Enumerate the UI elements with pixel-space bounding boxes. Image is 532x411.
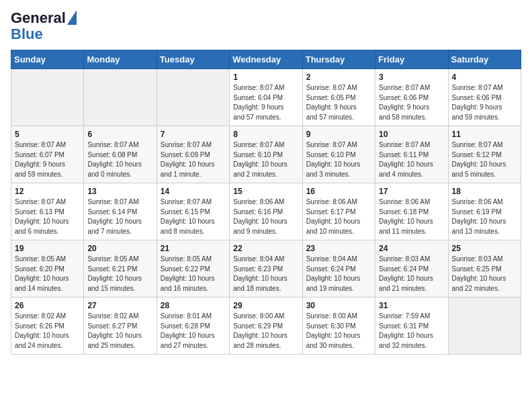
header-wednesday: Wednesday xyxy=(230,50,302,69)
day-info: Sunrise: 8:06 AM Sunset: 6:16 PM Dayligh… xyxy=(233,197,298,236)
day-number: 19 xyxy=(15,244,80,253)
day-number: 20 xyxy=(87,244,152,253)
day-info: Sunrise: 8:07 AM Sunset: 6:11 PM Dayligh… xyxy=(379,140,444,179)
calendar-cell: 7Sunrise: 8:07 AM Sunset: 6:09 PM Daylig… xyxy=(157,126,229,183)
calendar-cell: 17Sunrise: 8:06 AM Sunset: 6:18 PM Dayli… xyxy=(375,183,448,240)
day-info: Sunrise: 8:03 AM Sunset: 6:24 PM Dayligh… xyxy=(379,255,444,293)
logo-text: General Blue xyxy=(11,11,77,42)
calendar-cell: 4Sunrise: 8:07 AM Sunset: 6:06 PM Daylig… xyxy=(448,69,521,126)
calendar-cell: 2Sunrise: 8:07 AM Sunset: 6:05 PM Daylig… xyxy=(302,69,375,126)
calendar-cell: 20Sunrise: 8:05 AM Sunset: 6:21 PM Dayli… xyxy=(84,240,157,298)
day-info: Sunrise: 8:03 AM Sunset: 6:25 PM Dayligh… xyxy=(452,255,517,293)
day-info: Sunrise: 8:07 AM Sunset: 6:10 PM Dayligh… xyxy=(306,140,371,179)
day-number: 22 xyxy=(233,244,298,253)
day-number: 26 xyxy=(15,301,80,310)
day-number: 11 xyxy=(452,130,517,139)
day-number: 21 xyxy=(161,244,226,253)
day-number: 29 xyxy=(233,301,298,310)
day-info: Sunrise: 8:07 AM Sunset: 6:09 PM Dayligh… xyxy=(161,140,226,179)
calendar-cell: 18Sunrise: 8:06 AM Sunset: 6:19 PM Dayli… xyxy=(448,183,521,240)
day-number: 28 xyxy=(161,301,226,310)
day-info: Sunrise: 8:07 AM Sunset: 6:13 PM Dayligh… xyxy=(15,197,80,236)
day-info: Sunrise: 8:00 AM Sunset: 6:30 PM Dayligh… xyxy=(306,312,371,351)
day-number: 1 xyxy=(233,73,298,82)
day-info: Sunrise: 8:06 AM Sunset: 6:18 PM Dayligh… xyxy=(379,197,444,236)
calendar-cell: 5Sunrise: 8:07 AM Sunset: 6:07 PM Daylig… xyxy=(11,126,84,183)
calendar-cell: 25Sunrise: 8:03 AM Sunset: 6:25 PM Dayli… xyxy=(448,240,521,298)
calendar-cell: 24Sunrise: 8:03 AM Sunset: 6:24 PM Dayli… xyxy=(375,240,448,298)
calendar-cell: 14Sunrise: 8:07 AM Sunset: 6:15 PM Dayli… xyxy=(157,183,229,240)
day-number: 24 xyxy=(379,244,444,253)
calendar-cell: 22Sunrise: 8:04 AM Sunset: 6:23 PM Dayli… xyxy=(230,240,302,298)
day-number: 18 xyxy=(452,187,517,196)
day-number: 6 xyxy=(87,130,152,139)
day-info: Sunrise: 8:07 AM Sunset: 6:04 PM Dayligh… xyxy=(233,83,298,122)
day-info: Sunrise: 8:05 AM Sunset: 6:20 PM Dayligh… xyxy=(15,255,80,293)
day-info: Sunrise: 8:07 AM Sunset: 6:06 PM Dayligh… xyxy=(379,83,444,122)
calendar-week-3: 12Sunrise: 8:07 AM Sunset: 6:13 PM Dayli… xyxy=(11,183,521,240)
day-number: 8 xyxy=(233,130,298,139)
calendar-cell: 19Sunrise: 8:05 AM Sunset: 6:20 PM Dayli… xyxy=(11,240,84,298)
calendar-week-2: 5Sunrise: 8:07 AM Sunset: 6:07 PM Daylig… xyxy=(11,126,521,183)
days-header-row: Sunday Monday Tuesday Wednesday Thursday… xyxy=(11,50,521,69)
day-number: 4 xyxy=(452,73,517,82)
day-info: Sunrise: 8:07 AM Sunset: 6:08 PM Dayligh… xyxy=(87,140,152,179)
calendar-cell: 29Sunrise: 8:00 AM Sunset: 6:29 PM Dayli… xyxy=(230,298,302,355)
header-tuesday: Tuesday xyxy=(157,50,229,69)
day-number: 2 xyxy=(306,73,371,82)
calendar-cell: 8Sunrise: 8:07 AM Sunset: 6:10 PM Daylig… xyxy=(230,126,302,183)
calendar-week-1: 1Sunrise: 8:07 AM Sunset: 6:04 PM Daylig… xyxy=(11,69,521,126)
day-number: 23 xyxy=(306,244,371,253)
day-info: Sunrise: 8:05 AM Sunset: 6:21 PM Dayligh… xyxy=(87,255,152,293)
header-saturday: Saturday xyxy=(448,50,521,69)
calendar-cell: 23Sunrise: 8:04 AM Sunset: 6:24 PM Dayli… xyxy=(302,240,375,298)
day-info: Sunrise: 8:06 AM Sunset: 6:19 PM Dayligh… xyxy=(452,197,517,236)
calendar-cell xyxy=(448,298,521,355)
calendar-body: 1Sunrise: 8:07 AM Sunset: 6:04 PM Daylig… xyxy=(11,69,521,355)
calendar-cell: 12Sunrise: 8:07 AM Sunset: 6:13 PM Dayli… xyxy=(11,183,84,240)
calendar-cell: 1Sunrise: 8:07 AM Sunset: 6:04 PM Daylig… xyxy=(230,69,302,126)
day-number: 13 xyxy=(87,187,152,196)
header-monday: Monday xyxy=(84,50,157,69)
day-number: 12 xyxy=(15,187,80,196)
day-info: Sunrise: 8:06 AM Sunset: 6:17 PM Dayligh… xyxy=(306,197,371,236)
day-info: Sunrise: 8:00 AM Sunset: 6:29 PM Dayligh… xyxy=(233,312,298,351)
calendar-header: Sunday Monday Tuesday Wednesday Thursday… xyxy=(11,50,521,69)
calendar-cell: 28Sunrise: 8:01 AM Sunset: 6:28 PM Dayli… xyxy=(157,298,229,355)
day-info: Sunrise: 8:07 AM Sunset: 6:06 PM Dayligh… xyxy=(452,83,517,122)
calendar-cell: 3Sunrise: 8:07 AM Sunset: 6:06 PM Daylig… xyxy=(375,69,448,126)
calendar-cell xyxy=(84,69,157,126)
calendar-cell xyxy=(157,69,229,126)
day-info: Sunrise: 8:07 AM Sunset: 6:07 PM Dayligh… xyxy=(15,140,80,179)
calendar-week-4: 19Sunrise: 8:05 AM Sunset: 6:20 PM Dayli… xyxy=(11,240,521,298)
logo-general: General xyxy=(11,11,66,26)
logo: General Blue xyxy=(11,11,77,42)
day-info: Sunrise: 8:07 AM Sunset: 6:15 PM Dayligh… xyxy=(161,197,226,236)
day-info: Sunrise: 8:04 AM Sunset: 6:24 PM Dayligh… xyxy=(306,255,371,293)
day-info: Sunrise: 8:01 AM Sunset: 6:28 PM Dayligh… xyxy=(161,312,226,351)
day-info: Sunrise: 8:07 AM Sunset: 6:10 PM Dayligh… xyxy=(233,140,298,179)
page-header: General Blue xyxy=(11,11,521,42)
day-number: 5 xyxy=(15,130,80,139)
calendar-cell: 13Sunrise: 8:07 AM Sunset: 6:14 PM Dayli… xyxy=(84,183,157,240)
day-info: Sunrise: 8:05 AM Sunset: 6:22 PM Dayligh… xyxy=(161,255,226,293)
day-info: Sunrise: 7:59 AM Sunset: 6:31 PM Dayligh… xyxy=(379,312,444,351)
day-info: Sunrise: 8:02 AM Sunset: 6:27 PM Dayligh… xyxy=(87,312,152,351)
day-number: 31 xyxy=(379,301,444,310)
calendar-cell: 10Sunrise: 8:07 AM Sunset: 6:11 PM Dayli… xyxy=(375,126,448,183)
header-thursday: Thursday xyxy=(302,50,375,69)
calendar-table: Sunday Monday Tuesday Wednesday Thursday… xyxy=(11,50,521,355)
day-info: Sunrise: 8:07 AM Sunset: 6:05 PM Dayligh… xyxy=(306,83,371,122)
calendar-cell: 27Sunrise: 8:02 AM Sunset: 6:27 PM Dayli… xyxy=(84,298,157,355)
day-number: 27 xyxy=(87,301,152,310)
calendar-cell: 6Sunrise: 8:07 AM Sunset: 6:08 PM Daylig… xyxy=(84,126,157,183)
day-info: Sunrise: 8:07 AM Sunset: 6:12 PM Dayligh… xyxy=(452,140,517,179)
day-info: Sunrise: 8:02 AM Sunset: 6:26 PM Dayligh… xyxy=(15,312,80,351)
calendar-cell: 26Sunrise: 8:02 AM Sunset: 6:26 PM Dayli… xyxy=(11,298,84,355)
day-number: 30 xyxy=(306,301,371,310)
day-number: 3 xyxy=(379,73,444,82)
logo-triangle-icon xyxy=(67,10,77,25)
day-number: 16 xyxy=(306,187,371,196)
day-info: Sunrise: 8:04 AM Sunset: 6:23 PM Dayligh… xyxy=(233,255,298,293)
calendar-cell: 11Sunrise: 8:07 AM Sunset: 6:12 PM Dayli… xyxy=(448,126,521,183)
